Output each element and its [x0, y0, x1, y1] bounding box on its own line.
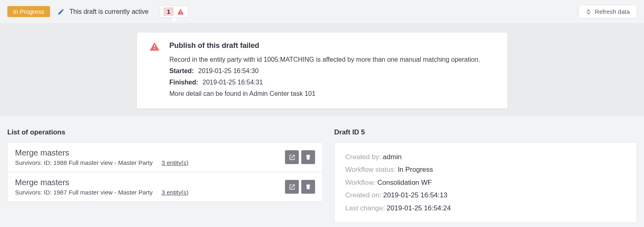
warning-icon: [149, 41, 160, 52]
delete-button[interactable]: [301, 180, 315, 194]
alert-finished-row: Finished: 2019-01-25 16:54:31: [170, 77, 480, 88]
operation-title: Merge masters: [15, 148, 283, 158]
content: List of operations Merge masters Survivo…: [0, 116, 644, 223]
detail-value: 2019-01-25 16:54:13: [383, 191, 448, 199]
operation-item-main: Merge masters Survivors: ID: 1987 Full m…: [15, 178, 283, 196]
operation-item: Merge masters Survivors: ID: 1988 Full m…: [8, 143, 322, 172]
open-external-icon: [289, 184, 296, 190]
detail-value: In Progress: [398, 166, 433, 173]
operation-survivors: Survivors: ID: 1987 Full master view - M…: [15, 189, 152, 196]
detail-row-created-by: Created by: admin: [345, 151, 626, 163]
open-external-button[interactable]: [285, 150, 299, 164]
detail-key: Created by:: [345, 153, 383, 161]
detail-row-workflow-status: Workflow status: In Progress: [345, 163, 626, 176]
alert-more-detail: More detail can be found in Admin Center…: [170, 88, 480, 99]
detail-row-last-change: Last change: 2019-01-25 16:54:24: [345, 202, 626, 214]
detail-value: admin: [383, 153, 402, 161]
detail-value: 2019-01-25 16:54:24: [387, 204, 451, 212]
open-external-icon: [289, 154, 296, 161]
alert-started-row: Started: 2019-01-25 16:54:30: [170, 65, 480, 77]
detail-key: Workflow:: [345, 179, 377, 186]
open-external-button[interactable]: [285, 180, 299, 194]
operation-item: Merge masters Survivors: ID: 1987 Full m…: [8, 172, 322, 202]
topbar: In Progress This draft is currently acti…: [0, 0, 644, 23]
warning-icon: [177, 8, 184, 15]
refresh-button[interactable]: Refresh data: [579, 5, 637, 18]
detail-value: Consolidation WF: [377, 179, 432, 186]
status-badge: In Progress: [7, 6, 50, 17]
alert-finished-value: 2019-01-25 16:54:31: [202, 79, 263, 86]
operations-column: List of operations Merge masters Survivo…: [7, 128, 323, 202]
alert-started-value: 2019-01-25 16:54:30: [198, 67, 259, 74]
alert-title: Publish of this draft failed: [170, 41, 480, 50]
operation-item-main: Merge masters Survivors: ID: 1988 Full m…: [15, 148, 283, 166]
detail-row-workflow: Workflow: Consolidation WF: [345, 176, 626, 189]
detail-row-created-on: Created on: 2019-01-25 16:54:13: [345, 189, 626, 201]
detail-column: Draft ID 5 Created by: admin Workflow st…: [334, 128, 637, 223]
refresh-label: Refresh data: [595, 8, 630, 15]
edit-icon[interactable]: [57, 8, 65, 15]
entity-link[interactable]: 3 entity(s): [162, 189, 189, 196]
operation-title: Merge masters: [15, 178, 283, 187]
trash-icon: [305, 184, 311, 190]
refresh-icon: [585, 9, 592, 15]
detail-key: Created on:: [345, 191, 383, 199]
entity-link[interactable]: 3 entity(s): [162, 159, 189, 166]
trash-icon: [305, 154, 311, 160]
delete-button[interactable]: [301, 150, 315, 164]
alert-panel-stage: Publish of this draft failed Record in t…: [0, 23, 644, 116]
detail-key: Workflow status:: [345, 166, 398, 173]
alert-finished-label: Finished:: [170, 79, 198, 86]
detail-key: Last change:: [345, 204, 387, 212]
operations-heading: List of operations: [7, 128, 323, 136]
alert-panel: Publish of this draft failed Record in t…: [137, 32, 508, 109]
operations-list: Merge masters Survivors: ID: 1988 Full m…: [7, 142, 323, 202]
detail-card: Created by: admin Workflow status: In Pr…: [334, 142, 637, 223]
alert-message: Record in the entity party with id 1005:…: [170, 54, 480, 65]
operation-survivors: Survivors: ID: 1988 Full master view - M…: [15, 159, 152, 166]
alert-content: Publish of this draft failed Record in t…: [170, 41, 480, 99]
alert-started-label: Started:: [170, 67, 194, 74]
alert-indicator[interactable]: 1: [160, 6, 187, 17]
detail-heading: Draft ID 5: [334, 128, 637, 136]
alert-count-badge: 1: [163, 7, 173, 16]
draft-active-text: This draft is currently active: [70, 8, 149, 15]
